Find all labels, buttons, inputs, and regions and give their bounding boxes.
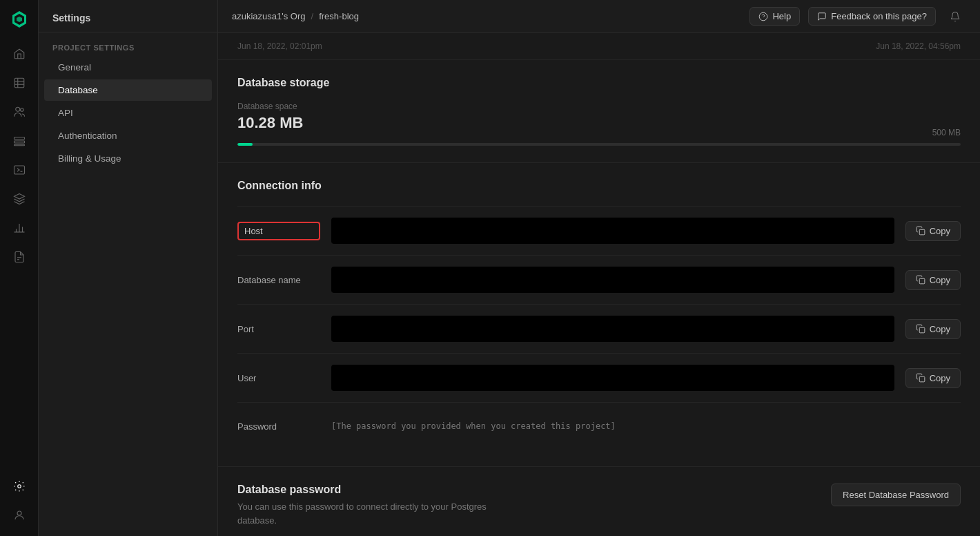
nav-layers[interactable] bbox=[7, 186, 32, 211]
svg-rect-24 bbox=[919, 229, 925, 235]
copy-host-label: Copy bbox=[930, 226, 950, 236]
icon-sidebar bbox=[0, 0, 39, 536]
copy-icon-port bbox=[916, 324, 925, 334]
notification-button[interactable] bbox=[944, 6, 966, 28]
connection-value-port bbox=[331, 316, 894, 342]
storage-progress-bar bbox=[237, 143, 961, 146]
sidebar-item-api[interactable]: API bbox=[44, 102, 212, 124]
connection-title: Connection info bbox=[237, 180, 961, 192]
copy-host-button[interactable]: Copy bbox=[905, 221, 961, 241]
sidebar-item-authentication[interactable]: Authentication bbox=[44, 125, 212, 146]
nav-chart[interactable] bbox=[7, 216, 32, 240]
nav-storage[interactable] bbox=[7, 128, 32, 153]
breadcrumb-sep: / bbox=[311, 11, 314, 21]
storage-section: Database storage Database space 10.28 MB… bbox=[218, 60, 980, 163]
app-logo[interactable] bbox=[8, 8, 30, 30]
created-timestamp: Jun 18, 2022, 02:01pm bbox=[237, 41, 322, 51]
help-circle-icon bbox=[758, 12, 768, 21]
bell-icon bbox=[950, 11, 961, 22]
copy-database-name-label: Copy bbox=[930, 275, 950, 285]
nav-user-profile[interactable] bbox=[7, 503, 32, 528]
copy-icon-database-name bbox=[916, 275, 925, 285]
breadcrumb: azukiazusa1's Org / fresh-blog bbox=[232, 11, 359, 21]
sidebar-item-general[interactable]: General bbox=[44, 57, 212, 78]
svg-rect-27 bbox=[919, 376, 925, 382]
connection-value-database-name bbox=[331, 267, 894, 293]
db-password-text-block: Database password You can use this passw… bbox=[237, 484, 513, 527]
copy-icon-user bbox=[916, 373, 925, 383]
svg-rect-9 bbox=[14, 137, 24, 140]
connection-section: Connection info Host Copy Database name … bbox=[218, 163, 980, 467]
nav-table[interactable] bbox=[7, 70, 32, 95]
sidebar-item-billing[interactable]: Billing & Usage bbox=[44, 148, 212, 169]
svg-point-21 bbox=[17, 511, 21, 515]
feedback-button[interactable]: Feedback on this page? bbox=[808, 7, 936, 26]
connection-label-port: Port bbox=[237, 324, 320, 334]
svg-point-20 bbox=[17, 485, 21, 488]
svg-rect-11 bbox=[14, 144, 24, 146]
copy-database-name-button[interactable]: Copy bbox=[905, 270, 961, 290]
db-password-description: You can use this password to connect dir… bbox=[237, 500, 513, 527]
db-password-header: Database password You can use this passw… bbox=[237, 484, 961, 527]
copy-icon-host bbox=[916, 226, 925, 236]
copy-user-label: Copy bbox=[930, 373, 950, 383]
connection-label-database-name: Database name bbox=[237, 275, 320, 285]
svg-rect-26 bbox=[919, 327, 925, 333]
connection-row-port: Port Copy bbox=[237, 304, 961, 353]
connection-row-database-name: Database name Copy bbox=[237, 255, 961, 304]
copy-user-button[interactable]: Copy bbox=[905, 368, 961, 388]
connection-label-password: Password bbox=[237, 421, 320, 432]
storage-label: Database space bbox=[237, 102, 961, 111]
connection-label-user: User bbox=[237, 373, 320, 383]
connection-row-user: User Copy bbox=[237, 353, 961, 402]
copy-port-label: Copy bbox=[930, 324, 950, 334]
sidebar-section-label: Project settings bbox=[39, 32, 217, 56]
svg-point-22 bbox=[760, 12, 768, 21]
nav-doc[interactable] bbox=[7, 245, 32, 269]
topbar: azukiazusa1's Org / fresh-blog Help Feed… bbox=[218, 0, 980, 33]
db-password-title: Database password bbox=[237, 484, 513, 496]
storage-used: 10.28 MB bbox=[237, 114, 303, 132]
project-name[interactable]: fresh-blog bbox=[319, 11, 359, 21]
connection-value-user bbox=[331, 365, 894, 391]
connection-label-host: Host bbox=[237, 222, 320, 240]
nav-users[interactable] bbox=[7, 99, 32, 124]
storage-progress-fill bbox=[237, 143, 253, 146]
nav-home[interactable] bbox=[7, 41, 32, 66]
settings-title: Settings bbox=[52, 12, 204, 23]
svg-point-8 bbox=[20, 108, 23, 112]
connection-value-host bbox=[331, 218, 894, 244]
help-button[interactable]: Help bbox=[749, 7, 800, 26]
settings-sidebar: Settings Project settings General Databa… bbox=[39, 0, 218, 536]
svg-rect-25 bbox=[919, 278, 925, 284]
db-password-section: Database password You can use this passw… bbox=[218, 467, 980, 536]
topbar-actions: Help Feedback on this page? bbox=[749, 6, 966, 28]
connection-row-password: Password [The password you provided when… bbox=[237, 402, 961, 450]
content-area: Jun 18, 2022, 02:01pm Jun 18, 2022, 04:5… bbox=[218, 33, 980, 536]
timestamps-row: Jun 18, 2022, 02:01pm Jun 18, 2022, 04:5… bbox=[218, 33, 980, 60]
updated-timestamp: Jun 18, 2022, 04:56pm bbox=[876, 41, 961, 51]
reset-password-button[interactable]: Reset Database Password bbox=[831, 484, 961, 506]
nav-settings[interactable] bbox=[7, 474, 32, 499]
main-content: azukiazusa1's Org / fresh-blog Help Feed… bbox=[218, 0, 980, 536]
help-label: Help bbox=[772, 11, 791, 21]
storage-title: Database storage bbox=[237, 77, 961, 89]
copy-port-button[interactable]: Copy bbox=[905, 319, 961, 339]
svg-point-7 bbox=[15, 107, 19, 111]
feedback-icon bbox=[817, 12, 827, 21]
svg-rect-10 bbox=[14, 141, 24, 143]
svg-rect-3 bbox=[14, 78, 24, 88]
org-name[interactable]: azukiazusa1's Org bbox=[232, 11, 306, 21]
connection-row-host: Host Copy bbox=[237, 206, 961, 255]
connection-value-password: [The password you provided when you crea… bbox=[331, 414, 961, 439]
nav-terminal[interactable] bbox=[7, 157, 32, 182]
sidebar-item-database[interactable]: Database bbox=[44, 79, 212, 101]
sidebar-title: Settings bbox=[39, 0, 217, 32]
feedback-label: Feedback on this page? bbox=[831, 11, 927, 21]
storage-max: 500 MB bbox=[932, 128, 961, 137]
